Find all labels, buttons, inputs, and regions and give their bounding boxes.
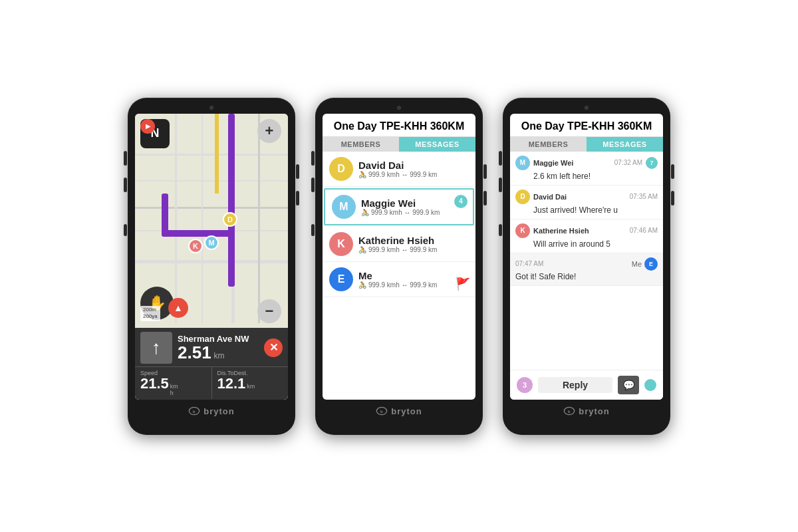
msg-text-me: Got it! Safe Ride! [515,272,658,281]
member-item-me[interactable]: E Me 🚴999.9 kmh ↔ 999.9 km 🚩 [323,262,475,297]
side-button2-right-mid[interactable] [483,164,487,179]
member-stats-david: 🚴999.9 kmh ↔ 999.9 km [358,171,469,178]
map-scale: 200m200ya [140,306,160,321]
side-button2-left-mid[interactable] [311,178,315,192]
side-button-left-bot[interactable] [124,224,127,236]
camera-dot [209,106,213,110]
messages-screen: One Day TPE-KHH 360KM MEMBERS MESSAGES M… [510,114,663,400]
message-item-katherine: K Katherine Hsieh 07:46 AM Will arrive i… [510,219,663,253]
msg-sender-katherine: Katherine Hsieh [533,227,626,235]
map-dot-k: K [188,239,203,253]
side-button-right-bot[interactable] [296,191,299,205]
avatar-d: D [329,157,353,181]
tab-bar: MEMBERS MESSAGES [323,137,475,152]
tab-members-3[interactable]: MEMBERS [510,137,587,152]
svg-text:b: b [193,410,196,414]
member-list: D David Dai 🚴999.9 kmh ↔ 999.9 km M Magg… [323,152,475,400]
member-item-maggie[interactable]: M Maggie Wei 🚴999.9 kmh ↔ 999.9 km 4 [324,188,474,225]
distance-value: 2.51 [178,344,211,361]
zoom-out-button[interactable]: − [257,299,281,323]
map-screen: N ▶ + − ✋ ▲ 200m200ya D K M [135,114,288,400]
speed-unit: kmh [170,383,178,396]
message-item-maggie: M Maggie Wei 07:32 AM 7 2.6 km left here… [510,152,663,186]
avatar-m: M [332,195,356,219]
msg-time-david: 07:35 AM [630,193,658,200]
distance-unit: km [214,351,225,360]
msg-sender-maggie: Maggie Wei [533,159,611,167]
svg-text:b: b [380,410,383,414]
play-button[interactable]: ▶ [140,119,155,134]
reply-button[interactable]: Reply [538,377,612,393]
flag-icon: 🚩 [456,277,470,291]
brand-label: b bryton [188,406,234,416]
reply-badge: 3 [517,377,533,393]
member-item-katherine[interactable]: K Katherine Hsieh 🚴999.9 kmh ↔ 999.9 km [323,227,475,262]
msg-sender-david: David Dai [533,193,626,201]
tab-messages[interactable]: MESSAGES [399,137,475,152]
reply-bar: 3 Reply 💬 [510,370,663,400]
side-button3-left-bot[interactable] [499,224,502,236]
msg-avatar-d: D [515,190,530,204]
members-screen: One Day TPE-KHH 360KM MEMBERS MESSAGES D… [323,114,475,400]
dis-unit: km [247,383,255,390]
member-badge-maggie: 4 [454,195,467,208]
msg-time-maggie: 07:32 AM [614,159,642,166]
msg-me-label: Me [632,260,642,268]
msg-avatar-k: K [515,223,530,238]
side-button-left-top[interactable] [124,151,127,166]
member-stats-katherine: 🚴999.9 kmh ↔ 999.9 km [358,246,469,253]
svg-text:b: b [568,410,571,414]
msg-avatar-m: M [515,156,530,170]
tab-messages-3[interactable]: MESSAGES [587,137,663,152]
side-button-right-mid[interactable] [296,164,299,179]
member-item-david[interactable]: D David Dai 🚴999.9 kmh ↔ 999.9 km [323,152,475,187]
msg-text-david: Just arrived! Where're u [515,205,658,215]
member-stats-me: 🚴999.9 kmh ↔ 999.9 km [358,281,469,289]
close-button[interactable]: ✕ [264,338,283,357]
tab-bar-3: MEMBERS MESSAGES [510,137,663,152]
devices-container: N ▶ + − ✋ ▲ 200m200ya D K M [114,84,684,448]
member-name-katherine: Katherine Hsieh [358,235,469,246]
msg-time-katherine: 07:46 AM [630,227,658,234]
avatar-k: K [329,232,353,256]
tab-members[interactable]: MEMBERS [323,137,399,152]
speed-value: 21.5 [140,376,169,391]
navigate-button[interactable]: ▲ [168,298,188,318]
chat-icon[interactable]: 💬 [618,376,639,394]
zoom-in-button[interactable]: + [257,119,281,143]
brand-label-3: b bryton [563,406,609,416]
side-button2-right-bot[interactable] [483,191,487,205]
map-nav-bar: ↑ Sherman Ave NW 2.51 km ✕ Speed [135,328,288,400]
msg-text-katherine: Will arrive in around 5 [515,239,658,249]
member-name-maggie: Maggie Wei [361,198,466,209]
msg-text-maggie: 2.6 km left here! [515,172,658,181]
device-messages: One Day TPE-KHH 360KM MEMBERS MESSAGES M… [503,98,670,435]
turn-arrow: ↑ [140,332,172,364]
side-button-left-mid[interactable] [124,178,127,192]
member-stats-maggie: 🚴999.9 kmh ↔ 999.9 km [361,209,466,216]
message-item-me: 07:47 AM Me E Got it! Safe Ride! [510,253,663,286]
device-map: N ▶ + − ✋ ▲ 200m200ya D K M [128,98,295,435]
side-button2-left-top[interactable] [311,151,315,166]
device-members: One Day TPE-KHH 360KM MEMBERS MESSAGES D… [315,98,483,435]
camera-dot-3 [585,106,589,110]
reply-dot [644,379,656,391]
map-dot-d: D [223,212,237,227]
message-item-david: D David Dai 07:35 AM Just arrived! Where… [510,186,663,219]
brand-label-2: b bryton [376,406,422,416]
side-button2-left-bot[interactable] [311,224,315,236]
side-button3-right-mid[interactable] [671,164,674,179]
camera-dot-2 [397,106,401,110]
group-title-3: One Day TPE-KHH 360KM [510,114,663,137]
msg-avatar-e: E [644,257,658,271]
avatar-e: E [329,267,353,291]
msg-badge-maggie: 7 [646,157,658,169]
map-dot-m: M [204,235,219,250]
side-button3-right-bot[interactable] [671,191,674,205]
side-button3-left-mid[interactable] [499,178,502,192]
side-button3-left-top[interactable] [499,151,502,166]
member-name-david: David Dai [358,160,469,171]
group-title: One Day TPE-KHH 360KM [323,114,475,137]
msg-time-me: 07:47 AM [515,260,543,267]
dis-value: 12.1 [217,376,246,391]
